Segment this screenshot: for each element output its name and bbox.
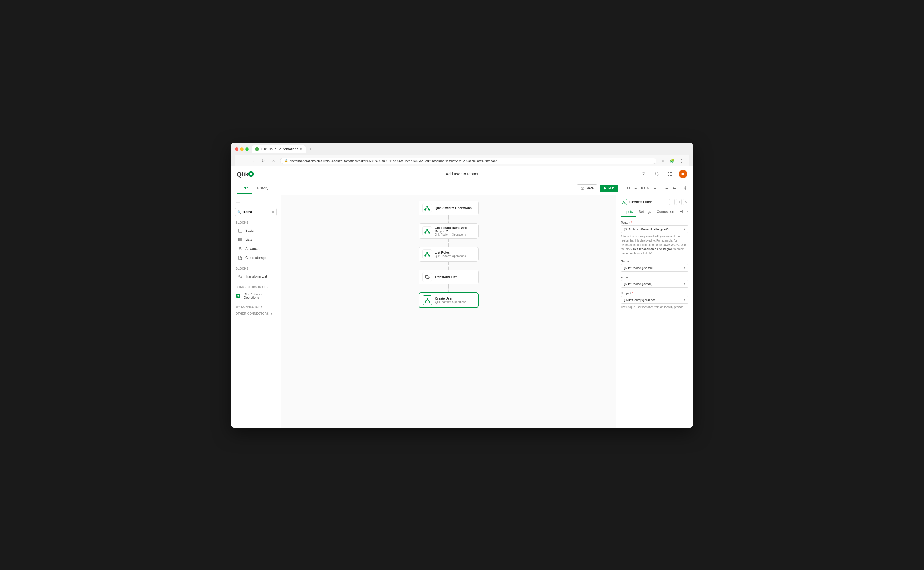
panel-tab-connection[interactable]: Connection [654, 208, 677, 216]
panel-toggle-button[interactable]: ⊓ [676, 199, 681, 205]
svg-text:Qlik: Qlik [237, 171, 249, 178]
sidebar-item-transform-list[interactable]: Transform List [233, 272, 278, 281]
email-field-label: Email [621, 276, 689, 279]
tab-history[interactable]: History [252, 183, 273, 194]
zoom-level: 100 % [640, 186, 650, 190]
name-field-chevron: ▾ [684, 266, 685, 269]
panel-qlik-icon [622, 200, 626, 204]
transform-list-icon [424, 274, 430, 280]
panel-close-button[interactable]: ✕ [683, 199, 689, 205]
svg-point-23 [428, 209, 430, 210]
sidebar-item-advanced[interactable]: Advanced [233, 245, 278, 253]
node-subtitle-3: Qlik Platform Operations [435, 254, 475, 257]
panel-tab-hi[interactable]: Hi [677, 208, 686, 216]
flow-wrapper: Qlik Platform Operations [287, 201, 610, 308]
svg-point-19 [238, 241, 239, 241]
connector-qlik-platform-ops[interactable]: Qlik Platform Operations [231, 290, 281, 301]
close-button[interactable] [235, 147, 238, 151]
extensions-icon[interactable]: 🧩 [669, 157, 676, 165]
sidebar-item-cloud-storage[interactable]: Cloud storage [233, 254, 278, 262]
run-label: Run [608, 186, 614, 190]
qlik-connector-icon [235, 293, 241, 299]
flow-node-transform[interactable]: Transform List [418, 270, 478, 284]
tenant-field-value: {$.GetTenantNameAndRegion2} [624, 227, 669, 231]
panel-info-button[interactable]: ℹ [669, 199, 675, 205]
node-title-3: List Roles [435, 251, 475, 254]
undo-button[interactable]: ↩ [664, 185, 670, 192]
subject-field-value: { $.listUsers[0].subject } [624, 298, 657, 302]
panel-tab-settings[interactable]: Settings [636, 208, 654, 216]
svg-rect-4 [670, 172, 672, 173]
canvas[interactable]: Qlik Platform Operations [281, 195, 616, 428]
node-info-3: List Roles Qlik Platform Operations [435, 251, 475, 257]
tab-favicon [255, 147, 259, 151]
run-button[interactable]: Run [600, 185, 618, 192]
right-panel: Create User ℹ ⊓ ✕ Inputs Settings Connec… [616, 195, 693, 428]
flow-node-qlik-platform-ops[interactable]: Qlik Platform Operations [418, 201, 478, 215]
sidebar-transform-label: Transform List [245, 274, 267, 279]
node-title-4: Transform List [435, 275, 475, 279]
svg-line-39 [426, 300, 427, 301]
qlik-wordmark: Qlik [237, 170, 254, 178]
node-info-4: Transform List [435, 275, 475, 279]
node-icon-box-2 [422, 226, 432, 236]
email-field-chevron: ▾ [684, 282, 685, 285]
flow-node-create-user[interactable]: Create User Qlik Platform Operations [418, 293, 478, 308]
flow-step-2: Get Tenant Name And Region 2 Qlik Platfo… [418, 224, 478, 239]
name-field-select[interactable]: {$.listUsers[0].name} ▾ [621, 264, 689, 271]
zoom-out-button[interactable]: − [632, 185, 639, 192]
svg-point-33 [428, 255, 430, 257]
email-field-select[interactable]: {$.listUsers[0].email} ▾ [621, 280, 689, 288]
browser-toolbar: ← → ↻ ⌂ 🔒 platformoperations.eu.qlikclou… [235, 155, 689, 166]
sidebar-minimize-button[interactable]: — [231, 198, 281, 206]
chevron-down-icon: ▾ [271, 312, 272, 315]
zoom-fit-icon[interactable] [627, 186, 631, 190]
canvas-settings-button[interactable] [683, 186, 687, 191]
subject-field-select[interactable]: { $.listUsers[0].subject } ▾ [621, 296, 689, 303]
play-icon [604, 187, 606, 190]
svg-line-35 [427, 254, 429, 255]
svg-rect-9 [582, 188, 583, 189]
forward-button[interactable]: → [249, 157, 257, 165]
minimize-button[interactable] [240, 147, 244, 151]
zoom-in-button[interactable]: + [652, 185, 658, 192]
panel-more-tabs-button[interactable]: › [686, 208, 690, 216]
svg-line-40 [427, 300, 429, 301]
panel-node-icon [621, 199, 627, 205]
back-button[interactable]: ← [239, 157, 246, 165]
svg-point-31 [426, 252, 428, 254]
redo-button[interactable]: ↪ [671, 185, 678, 192]
svg-line-25 [427, 208, 429, 209]
help-button[interactable]: ? [639, 170, 648, 178]
apps-button[interactable] [666, 170, 674, 178]
other-connectors-toggle[interactable]: OTHER CONNECTORS ▾ [231, 310, 281, 317]
home-button[interactable]: ⌂ [270, 157, 277, 165]
reload-button[interactable]: ↻ [260, 157, 267, 165]
maximize-button[interactable] [245, 147, 249, 151]
tenant-field-select[interactable]: {$.GetTenantNameAndRegion2} ▾ [621, 225, 689, 233]
tenant-field-chevron: ▾ [684, 227, 685, 230]
flow-node-list-roles[interactable]: List Roles Qlik Platform Operations [418, 247, 478, 262]
sidebar-item-lists[interactable]: Lists [233, 235, 278, 244]
clear-search-icon[interactable]: ✕ [272, 210, 274, 214]
blocks-section-title-2: BLOCKS [231, 265, 281, 272]
save-icon [581, 186, 584, 190]
sidebar-item-basic-label: Basic [245, 228, 254, 233]
active-tab[interactable]: Qlik Cloud | Automations ✕ [252, 146, 306, 153]
flow-line-4 [448, 284, 449, 293]
notifications-button[interactable] [652, 170, 661, 178]
menu-icon[interactable]: ⋮ [678, 157, 685, 165]
tab-title: Qlik Cloud | Automations [261, 147, 298, 151]
svg-point-37 [424, 301, 426, 303]
bookmark-icon[interactable]: ☆ [659, 157, 667, 165]
sidebar-item-basic[interactable]: Basic [233, 226, 278, 235]
flow-node-get-tenant[interactable]: Get Tenant Name And Region 2 Qlik Platfo… [418, 224, 478, 239]
address-bar[interactable]: 🔒 platformoperations.eu.qlikcloud.com/au… [280, 158, 656, 164]
save-button[interactable]: Save [577, 184, 597, 192]
transform-icon-box [422, 272, 432, 282]
tab-edit[interactable]: Edit [237, 183, 252, 194]
new-tab-button[interactable]: + [307, 146, 314, 153]
panel-tab-inputs[interactable]: Inputs [621, 208, 636, 216]
tab-close-icon[interactable]: ✕ [300, 147, 302, 151]
user-avatar[interactable]: DC [679, 170, 687, 178]
